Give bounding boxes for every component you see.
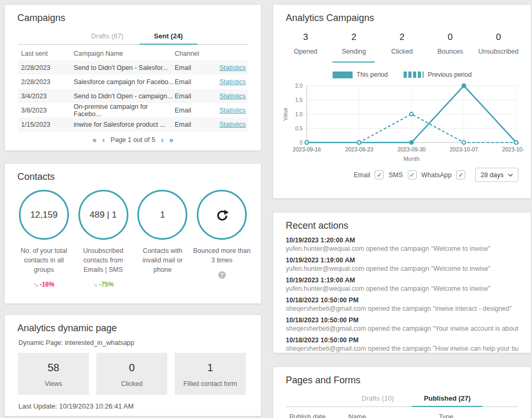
- page-label: Page 1 out of 5: [111, 136, 155, 144]
- stat-bounces[interactable]: 0 Bounces: [426, 32, 475, 63]
- action-text: sheqersherbeti@gmail.com opened the camp…: [286, 305, 518, 312]
- stat-label: Clicked: [378, 48, 426, 55]
- col-channel: Channel: [175, 50, 216, 57]
- cell-campaign-name: inwise for Salesforce product ...: [74, 121, 175, 128]
- stat-value: 0: [426, 32, 475, 43]
- table-row: 2/28/2023 Send to Didn't Open - Salesfor…: [18, 60, 248, 75]
- campaigns-tabbar: Drafts (67) Sent (24): [18, 29, 248, 45]
- invalid-contacts-circle: 1: [137, 190, 187, 240]
- total-contacts-circle: 12,159: [19, 190, 69, 240]
- contacts-title: Contacts: [5, 164, 261, 182]
- trend-down-icon: ↘: [93, 281, 98, 288]
- circle-value: 12,159: [30, 210, 57, 220]
- cell-campaign-name: On-premise campaign for Facebo...: [74, 103, 175, 118]
- statistics-link[interactable]: Statistics: [219, 121, 246, 128]
- circle-value: 489 | 1: [89, 210, 117, 220]
- table-header: Last sent Campaign Name Channel: [18, 47, 248, 60]
- cell-last-sent: 3/8/2023: [18, 107, 74, 114]
- cell-campaign-name: Send to Didn't Open - campaign...: [74, 93, 175, 100]
- period-select[interactable]: 28 days: [475, 168, 518, 182]
- action-time: 10/19/2023 1:19:00 AM: [286, 257, 518, 264]
- statistics-link[interactable]: Statistics: [219, 64, 246, 72]
- last-update: Last Update: 10/19/2023 10:26:41 AM: [5, 395, 261, 410]
- table-row: 2/28/2023 Salesforce campaign for Facebo…: [18, 75, 248, 89]
- campaigns-panel: Campaigns Drafts (67) Sent (24) Last sen…: [4, 4, 262, 151]
- analytics-campaigns-panel: Analytics Campaigns 3 Opened 2 Sending 2…: [273, 4, 531, 199]
- filter-email-label: Email: [354, 171, 370, 179]
- cell-campaign-name: Send to Didn't Open - Salesfor...: [74, 64, 175, 72]
- sms-checkbox[interactable]: [408, 170, 417, 179]
- stat-value: 0: [96, 362, 167, 374]
- circle-label: Contacts with invalid mail or phone: [133, 246, 193, 274]
- stat-label: Bounces: [426, 48, 475, 55]
- action-entry: 10/18/2023 10:50:00 PM sheqersherbeti@gm…: [286, 297, 518, 312]
- action-entry: 10/19/2023 1:19:00 AM yufen.hunter@wequa…: [286, 277, 518, 292]
- stat-value: 1: [175, 362, 246, 374]
- svg-text:Value: Value: [283, 107, 288, 120]
- stat-label: Sending: [330, 48, 378, 55]
- table-row: 3/8/2023 On-premise campaign for Facebo.…: [18, 103, 248, 117]
- tab-sent[interactable]: Sent (24): [139, 29, 197, 45]
- pages-forms-tabbar: Drafts (10) Published (27): [286, 391, 518, 407]
- stat-value: 3: [282, 32, 330, 43]
- statistics-link[interactable]: Statistics: [219, 93, 246, 100]
- bounced-refresh-circle[interactable]: [197, 190, 247, 240]
- chevron-down-icon: [508, 174, 513, 177]
- cell-last-sent: 2/28/2023: [18, 78, 74, 86]
- action-text: yufen.hunter@wequal.com opened the campa…: [286, 245, 518, 252]
- circle-value: 1: [160, 210, 165, 220]
- recent-actions-title: Recent actions: [273, 212, 531, 231]
- circle-label: Unsubscribed contacts from Emails | SMS: [74, 246, 133, 274]
- col-publish-date: Publish date: [286, 413, 348, 418]
- help-icon[interactable]: ?: [218, 271, 226, 279]
- campaigns-table: Last sent Campaign Name Channel 2/28/202…: [18, 47, 248, 131]
- analytics-campaigns-title: Analytics Campaigns: [273, 5, 531, 24]
- pages-forms-title: Pages and Forms: [273, 367, 531, 386]
- col-type: Type: [439, 413, 518, 418]
- action-time: 10/18/2023 10:50:00 PM: [286, 317, 518, 324]
- action-text: yufen.hunter@wequal.com opened the campa…: [286, 265, 518, 272]
- cell-last-sent: 1/15/2023: [18, 121, 74, 128]
- stat-sending[interactable]: 2 Sending: [330, 32, 378, 63]
- campaign-stats: 3 Opened 2 Sending 2 Clicked 0 Bounces 0…: [273, 32, 531, 63]
- next-page-icon[interactable]: ›: [161, 136, 164, 144]
- tab-pf-drafts[interactable]: Drafts (10): [347, 391, 409, 406]
- statistics-link[interactable]: Statistics: [219, 78, 246, 86]
- stat-label: Filled contact form: [175, 380, 246, 388]
- dynamic-page-panel: Analytics dynamic page Dynamic Page: int…: [4, 314, 262, 416]
- dynamic-page-title: Analytics dynamic page: [5, 315, 261, 334]
- stat-value: 2: [378, 32, 426, 43]
- stat-label: Clicked: [96, 380, 167, 388]
- pages-forms-header: Publish date Name Type: [286, 413, 518, 418]
- tab-pf-published[interactable]: Published (27): [412, 391, 483, 407]
- prev-page-icon[interactable]: ‹: [102, 136, 105, 144]
- contacts-circles: 12,159 No. of your total contacts in all…: [5, 190, 261, 288]
- action-text: yufen.hunter@wequal.com opened the campa…: [286, 285, 518, 292]
- stat-opened[interactable]: 3 Opened: [282, 32, 330, 63]
- cell-last-sent: 3/4/2023: [18, 93, 74, 100]
- filter-whatsapp-label: WhatsApp: [421, 171, 452, 179]
- tab-drafts[interactable]: Drafts (67): [78, 29, 136, 44]
- circle-label: Bounced more than 3 times: [192, 246, 252, 265]
- action-time: 10/19/2023 1:20:00 AM: [286, 237, 518, 244]
- contacts-unsubscribed: 489 | 1 Unsubscribed contacts from Email…: [74, 190, 133, 288]
- svg-text:2.0: 2.0: [295, 83, 303, 89]
- cell-channel: Email: [175, 93, 216, 100]
- whatsapp-checkbox[interactable]: [456, 170, 465, 179]
- action-text: sheqersherbeti@gmail.com opened the camp…: [286, 345, 518, 352]
- action-time: 10/19/2023 1:19:00 AM: [286, 277, 518, 284]
- svg-text:2023-09-30: 2023-09-30: [397, 146, 426, 152]
- first-page-icon[interactable]: «: [93, 136, 97, 144]
- stat-value: 2: [330, 32, 378, 43]
- stat-unsubscribed[interactable]: 0 Unsubscribed: [474, 32, 523, 63]
- filled-form-box: 1 Filled contact form: [175, 353, 246, 395]
- channel-filters: Email SMS WhatsApp 28 days: [286, 168, 518, 182]
- trend-badge: ↘-75%: [74, 281, 133, 288]
- svg-text:2023-10-07: 2023-10-07: [450, 146, 478, 152]
- stat-clicked[interactable]: 2 Clicked: [378, 32, 426, 63]
- last-page-icon[interactable]: »: [169, 136, 174, 144]
- statistics-link[interactable]: Statistics: [219, 107, 246, 114]
- stat-label: Views: [18, 380, 89, 388]
- email-checkbox[interactable]: [375, 170, 384, 179]
- cell-channel: Email: [175, 121, 216, 128]
